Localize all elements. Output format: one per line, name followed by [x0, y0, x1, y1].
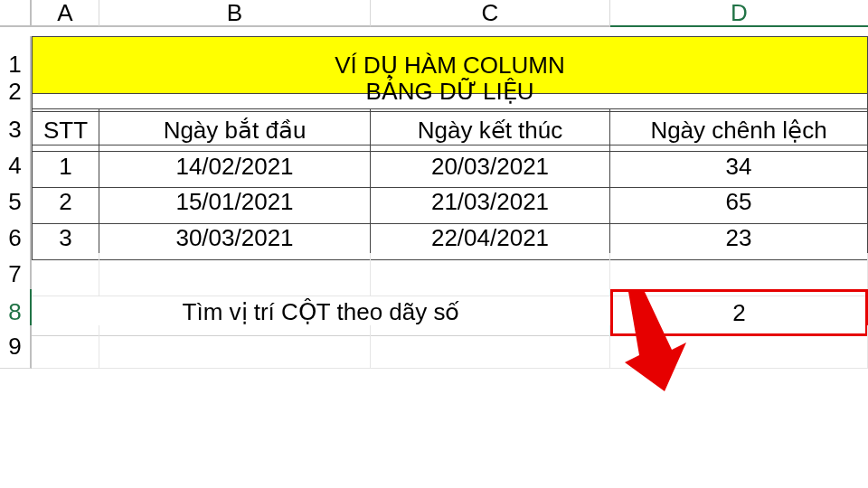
- select-all-corner[interactable]: [0, 0, 32, 27]
- cell-D9[interactable]: [610, 325, 868, 369]
- col-header-D[interactable]: D: [610, 0, 868, 27]
- spreadsheet-grid[interactable]: A B C D 1 VÍ DỤ HÀM COLUMN 2 BẢNG DỮ LIỆ…: [0, 0, 868, 361]
- cell-A9[interactable]: [32, 325, 99, 369]
- col-header-B[interactable]: B: [99, 0, 371, 27]
- col-header-A[interactable]: A: [32, 0, 99, 27]
- cell-C9[interactable]: [371, 325, 610, 369]
- col-header-C[interactable]: C: [371, 0, 610, 27]
- row-header-2[interactable]: 2: [0, 72, 32, 112]
- row-header-9[interactable]: 9: [0, 325, 32, 369]
- cell-B9[interactable]: [99, 325, 371, 369]
- subtitle-cell[interactable]: BẢNG DỮ LIỆU: [32, 72, 868, 112]
